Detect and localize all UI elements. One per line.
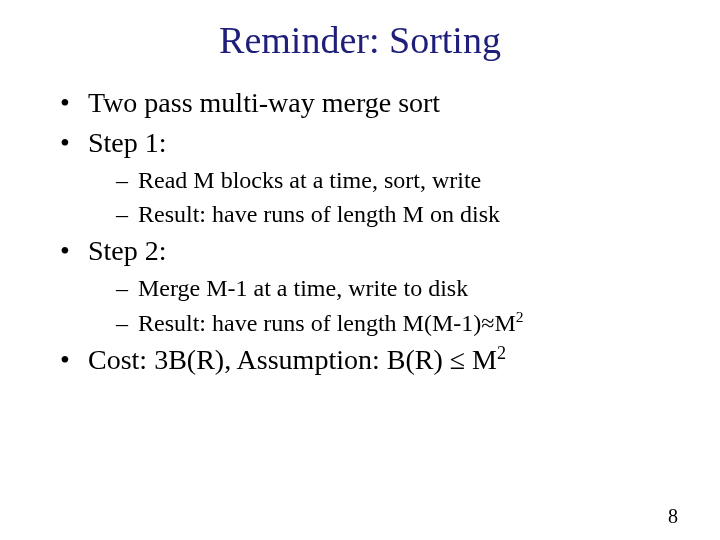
text-runs-length: Result: have runs of length M(M-1) [138,310,481,336]
bullet-step2-result: Result: have runs of length M(M-1)≈M2 [116,307,680,339]
approx-symbol: ≈ [481,310,494,336]
slide-title: Reminder: Sorting [0,18,720,62]
bullet-step1: Step 1: [60,124,680,162]
bullet-step1-read: Read M blocks at a time, sort, write [116,164,680,196]
le-symbol: ≤ [450,344,465,375]
text-cost-exp: 2 [497,343,506,363]
slide: Reminder: Sorting Two pass multi-way mer… [0,18,720,540]
bullet-step2-merge: Merge M-1 at a time, write to disk [116,272,680,304]
text-m-exp: 2 [516,308,524,325]
text-cost-m: M [465,344,497,375]
page-number: 8 [668,505,678,528]
text-cost-prefix: Cost: 3B(R), Assumption: B(R) [88,344,450,375]
slide-content: Two pass multi-way merge sort Step 1: Re… [0,84,720,379]
bullet-two-pass: Two pass multi-way merge sort [60,84,680,122]
text-m-base: M [494,310,515,336]
bullet-step2: Step 2: [60,232,680,270]
bullet-step1-result: Result: have runs of length M on disk [116,198,680,230]
bullet-cost: Cost: 3B(R), Assumption: B(R) ≤ M2 [60,341,680,379]
